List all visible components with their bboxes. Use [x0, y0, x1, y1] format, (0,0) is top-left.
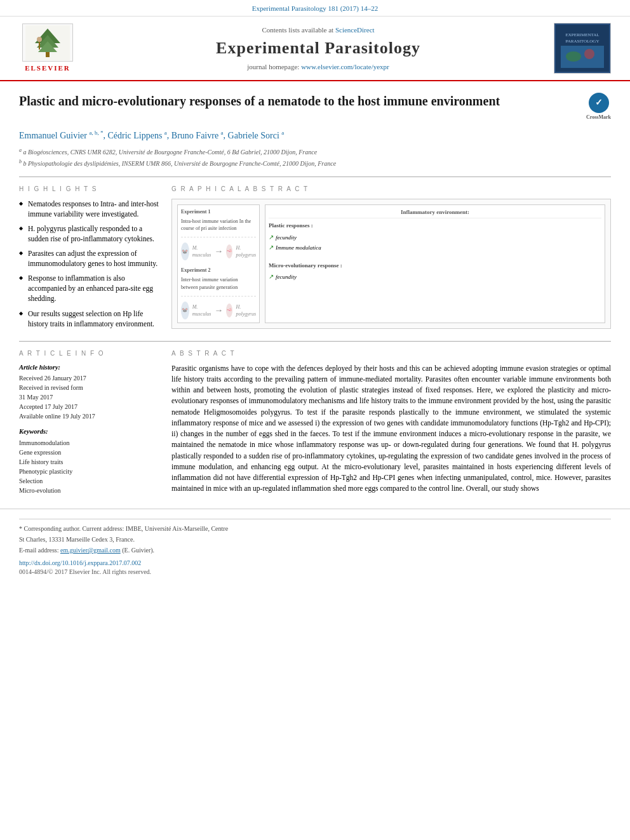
abstract-column: A B S T R A C T Parasitic organisms have…	[171, 349, 611, 496]
graphical-abstract-inner: Experiment 1 Intra-host immune variation…	[177, 204, 605, 323]
journal-header-center: Contents lists available at ScienceDirec…	[83, 25, 554, 72]
highlights-list: Nematodes responses to Intra- and inter-…	[19, 199, 159, 329]
footer-email-line: E-mail address: em.guivier@gmail.com (E.…	[19, 546, 611, 555]
footer-content: * Corresponding author. Current address:…	[19, 519, 611, 577]
graphical-abstract-box: Experiment 1 Intra-host immune variation…	[171, 199, 611, 329]
authors-line: Emmanuel Guivier a, b, *, Cédric Lippens…	[19, 129, 611, 142]
journal-cover-thumbnail: EXPERIMENTAL PARASITOLOGY	[554, 23, 611, 74]
doi-link[interactable]: http://dx.doi.org/10.1016/j.exppara.2017…	[19, 559, 611, 568]
ga-parasite-icon-1: 🪱	[226, 244, 232, 258]
ga-row-2: Inter-host immune variation between para…	[181, 276, 256, 296]
accepted-date: Accepted 17 July 2017	[19, 403, 159, 411]
article-info-abstract-section: A R T I C L E I N F O Article history: R…	[19, 349, 611, 496]
highlight-item-4: Response to inflammation is also accompa…	[19, 273, 159, 303]
sciencedirect-link[interactable]: ScienceDirect	[335, 26, 375, 34]
ga-results-panel: Inflammatory environment: Plastic respon…	[265, 204, 605, 323]
keywords-heading: Keywords:	[19, 427, 159, 437]
highlights-column: H I G H L I G H T S Nematodes responses …	[19, 185, 159, 333]
ga-plastic-responses-title: Plastic responses :	[269, 222, 601, 230]
corresponding-note: * Corresponding author. Current address:…	[19, 524, 611, 533]
up-arrow-icon: ↗	[269, 233, 274, 242]
ga-result-1a-text: fecundity	[276, 234, 297, 242]
crossmark-icon: ✓	[589, 93, 609, 113]
article-history-heading: Article history:	[19, 363, 159, 373]
svg-text:PARASITOLOGY: PARASITOLOGY	[566, 39, 600, 44]
issn-text: 0014-4894/© 2017 Elsevier Inc. All right…	[19, 568, 611, 577]
article-info-column: A R T I C L E I N F O Article history: R…	[19, 349, 159, 496]
divider-after-highlights	[19, 341, 611, 342]
ga-result-1b: ↗ Immune modulatica	[269, 243, 601, 252]
abstract-text: Parasitic organisms have to cope with th…	[171, 363, 611, 495]
svg-point-5	[37, 37, 42, 42]
article-info-heading: A R T I C L E I N F O	[19, 349, 159, 358]
ga-exp2-label: Experiment 2	[181, 267, 256, 274]
ga-result-1b-text: Immune modulatica	[276, 244, 321, 252]
ga-row2-organisms: 🐭 M. musculus → 🪱 H. polygyrus	[181, 302, 256, 319]
keywords-section: Keywords: Immunomodulation Gene expressi…	[19, 427, 159, 495]
svg-point-13	[584, 49, 594, 59]
ga-arrow-1: →	[214, 245, 223, 258]
elsevier-label: ELSEVIER	[25, 63, 70, 73]
elsevier-logo-area: ELSEVIER	[13, 23, 83, 73]
footer: * Corresponding author. Current address:…	[0, 509, 630, 583]
author-email-link[interactable]: em.guivier@gmail.com	[60, 547, 121, 554]
keyword-3: Life history traits	[19, 458, 159, 467]
affiliation-a: a a Biogéosciences, CNRS UMR 6282, Unive…	[19, 147, 611, 157]
divider-after-affiliations	[19, 177, 611, 177]
ga-result-2a: ↗ fecundity	[269, 272, 601, 281]
highlights-heading: H I G H L I G H T S	[19, 185, 159, 194]
ga-parasite-2: H. polygyrus	[236, 303, 256, 317]
ga-arrow-2: →	[214, 304, 223, 317]
crossmark-label: CrossMark	[586, 114, 611, 121]
ga-mouse-icon-1: 🐭	[181, 243, 189, 260]
article-history: Article history: Received 26 January 201…	[19, 363, 159, 422]
keyword-2: Gene expression	[19, 448, 159, 457]
ga-mouse-icon-2: 🐭	[181, 302, 189, 319]
journal-title: Experimental Parasitology	[83, 37, 554, 60]
keyword-4: Phenotypic plasticity	[19, 467, 159, 476]
top-bar: Experimental Parasitology 181 (2017) 14–…	[0, 0, 630, 17]
ga-host-1: M. musculus	[192, 244, 211, 258]
journal-cover-image: EXPERIMENTAL PARASITOLOGY	[554, 23, 617, 74]
keyword-1: Immunomodulation	[19, 439, 159, 448]
journal-homepage-link[interactable]: www.elsevier.com/locate/yexpr	[301, 63, 389, 70]
contents-link: Contents lists available at ScienceDirec…	[83, 25, 554, 35]
ga-experiments-panel: Experiment 1 Intra-host immune variation…	[177, 204, 260, 323]
available-online-date: Available online 19 July 2017	[19, 412, 159, 421]
journal-header: ELSEVIER Contents lists available at Sci…	[0, 17, 630, 81]
article-title-text: Plastic and micro-evolutionary responses…	[19, 93, 500, 109]
corresponding-address: St Charles, 13331 Marseille Cedex 3, Fra…	[19, 535, 611, 544]
keyword-6: Micro-evolution	[19, 486, 159, 495]
ga-exp1-label: Experiment 1	[181, 208, 256, 215]
highlight-item-2: H. polygyrus plastically responded to a …	[19, 223, 159, 244]
up-arrow-icon-2: ↗	[269, 243, 274, 252]
ga-inflammatory-title: Inflammatory environment:	[269, 208, 601, 219]
highlight-item-5: Our results suggest selection on Hp life…	[19, 309, 159, 329]
journal-homepage: journal homepage: www.elsevier.com/locat…	[83, 62, 554, 72]
ga-row1-organisms: 🐭 M. musculus → 🪱 H. polygyrus	[181, 243, 256, 260]
highlight-item-1: Nematodes responses to Intra- and inter-…	[19, 199, 159, 219]
highlight-item-3: Parasites can adjust the expression of i…	[19, 248, 159, 269]
ga-row2-desc: Inter-host immune variation between para…	[181, 276, 256, 290]
highlights-graphical-section: H I G H L I G H T S Nematodes responses …	[19, 185, 611, 333]
up-arrow-icon-3: ↗	[269, 272, 274, 281]
ga-micro-evo-title: Micro-evolutionary response :	[269, 262, 601, 270]
revised-date: 31 May 2017	[19, 393, 159, 402]
ga-row1-desc: Intra-host immune variation In the cours…	[181, 218, 256, 232]
svg-text:EXPERIMENTAL: EXPERIMENTAL	[565, 32, 599, 37]
received-date: Received 26 January 2017	[19, 374, 159, 383]
article-section: Plastic and micro-evolutionary responses…	[0, 81, 630, 502]
abstract-heading: A B S T R A C T	[171, 349, 611, 358]
ga-result-1a: ↗ fecundity	[269, 233, 601, 242]
keyword-5: Selection	[19, 477, 159, 486]
crossmark-badge[interactable]: ✓ CrossMark	[586, 93, 611, 121]
received-revised-label: Received in revised form	[19, 383, 159, 392]
article-title-area: Plastic and micro-evolutionary responses…	[19, 93, 611, 121]
journal-citation: Experimental Parasitology 181 (2017) 14–…	[252, 4, 379, 12]
ga-parasite-icon-2: 🪱	[226, 303, 232, 317]
graphical-abstract-column: G R A P H I C A L A B S T R A C T Experi…	[171, 185, 611, 333]
ga-row-1: Intra-host immune variation In the cours…	[181, 218, 256, 237]
ga-host-2: M. musculus	[192, 303, 211, 317]
ga-result-2a-text: fecundity	[276, 273, 297, 281]
ga-parasite-1: H. polygyrus	[236, 244, 256, 258]
